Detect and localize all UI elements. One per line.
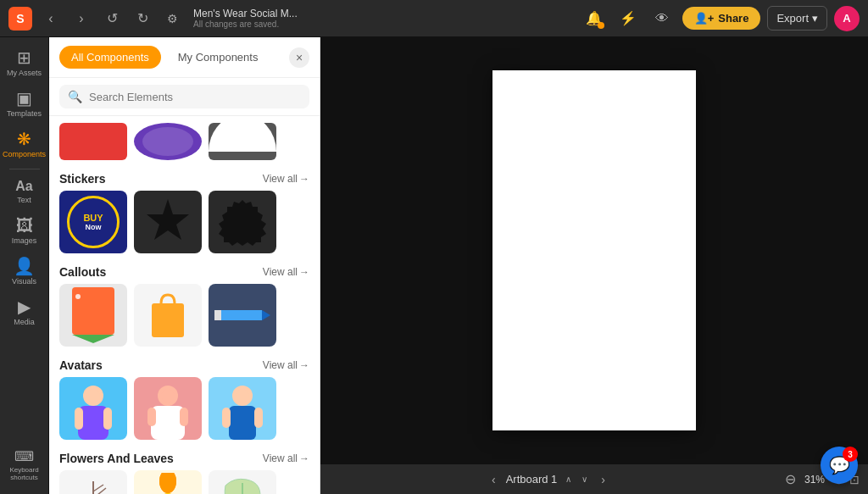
sidebar-item-label: Components	[3, 150, 46, 159]
black-star-shape	[143, 197, 192, 247]
my-components-tab[interactable]: My Components	[166, 46, 270, 69]
forward-button[interactable]: ›	[70, 7, 93, 31]
share-label: Share	[718, 12, 748, 25]
flowers-view-all[interactable]: View all →	[263, 452, 309, 464]
svg-rect-17	[180, 408, 188, 426]
redo-button[interactable]: ↻	[131, 7, 154, 31]
sticker-star-item[interactable]	[134, 191, 202, 253]
svg-rect-10	[75, 408, 83, 430]
callout-tag-item[interactable]	[59, 284, 127, 347]
artboard-next-button[interactable]: ›	[598, 469, 609, 490]
project-title: Men's Wear Social M...	[193, 8, 298, 19]
sidebar-item-text[interactable]: Aa Text	[3, 175, 46, 210]
search-input[interactable]	[89, 91, 301, 103]
shape-thumb-white-arc[interactable]	[209, 123, 276, 160]
keyboard-shortcuts-button[interactable]: ⌨ Keyboard shortcuts	[3, 445, 46, 487]
stickers-title: Stickers	[59, 172, 105, 186]
all-components-tab[interactable]: All Components	[59, 46, 161, 69]
avatar-3-item[interactable]	[209, 377, 276, 440]
main-content: ⊞ My Assets ▣ Templates ❋ Components Aa …	[0, 37, 868, 494]
export-label: Export	[776, 12, 809, 25]
svg-line-27	[93, 485, 103, 491]
sidebar-item-templates[interactable]: ▣ Templates	[3, 85, 46, 124]
svg-rect-2	[75, 294, 81, 299]
flowers-row	[49, 470, 320, 494]
user-avatar[interactable]: A	[834, 6, 860, 31]
templates-icon: ▣	[16, 90, 32, 107]
export-chevron-icon: ▾	[812, 12, 818, 25]
avatars-section-header: Avatars View all →	[49, 350, 320, 377]
flower-leaf-item[interactable]	[209, 470, 276, 494]
flowers-title: Flowers And Leaves	[59, 452, 174, 465]
artboard-label: Artboard 1	[506, 473, 558, 486]
callouts-section-header: Callouts View all →	[49, 257, 320, 284]
panel-scroll: Stickers View all → BUY Now	[49, 116, 320, 494]
undo-button[interactable]: ↺	[100, 7, 124, 31]
save-status: All changes are saved.	[193, 19, 298, 29]
svg-rect-16	[147, 408, 156, 426]
components-panel: All Components My Components × 🔍	[49, 37, 320, 494]
panel-close-button[interactable]: ×	[289, 47, 309, 68]
bag-callout-shape	[148, 290, 187, 341]
sidebar-item-label: Images	[12, 236, 37, 246]
black-badge-shape	[219, 198, 266, 246]
export-button[interactable]: Export ▾	[767, 6, 827, 31]
tag-callout-shape	[72, 287, 114, 343]
avatar-female-1-shape	[68, 380, 119, 440]
app-logo: S	[8, 7, 32, 31]
sidebar-divider	[9, 169, 40, 169]
search-input-wrap: 🔍	[59, 85, 309, 108]
topbar: S ‹ › ↺ ↻ ⚙ Men's Wear Social M... All c…	[0, 0, 868, 37]
artboard-chevron-down[interactable]: ∨	[578, 471, 591, 487]
sidebar-item-label: My Assets	[7, 69, 42, 78]
zoom-out-button[interactable]: ⊖	[785, 471, 796, 487]
svg-rect-11	[103, 408, 112, 430]
stickers-view-all[interactable]: View all →	[263, 173, 309, 185]
artboard-chevrons: ∧ ∨	[562, 471, 591, 487]
keyboard-icon: ⌨	[14, 450, 34, 463]
flowers-section-header: Flowers And Leaves View all →	[49, 443, 320, 470]
artboard-prev-button[interactable]: ‹	[488, 469, 499, 490]
sticker-badge-item[interactable]	[209, 191, 276, 253]
sidebar-item-components[interactable]: ❋ Components	[3, 125, 46, 164]
notification-dot	[598, 22, 604, 29]
canvas-area: ‹ Artboard 1 ∧ ∨ › ⊖ 31% ⊕ ⊡	[320, 37, 868, 494]
artboard-chevron-up[interactable]: ∧	[562, 471, 575, 487]
chat-button[interactable]: 💬 3	[821, 447, 858, 484]
shape-thumb-purple[interactable]	[134, 123, 202, 160]
avatars-view-all[interactable]: View all →	[263, 359, 309, 371]
sidebar-item-media[interactable]: ▶ Media	[3, 293, 46, 332]
callouts-view-all[interactable]: View all →	[263, 266, 309, 278]
flower-orange-item[interactable]	[134, 470, 202, 494]
share-button[interactable]: 👤+ Share	[682, 7, 761, 30]
buy-now-sticker: BUY Now	[67, 196, 120, 248]
sticker-buy-item[interactable]: BUY Now	[59, 191, 127, 253]
flower-twig-item[interactable]	[59, 470, 127, 494]
shape-thumb-red[interactable]	[59, 123, 127, 160]
sidebar-item-my-assets[interactable]: ⊞ My Assets	[3, 44, 46, 83]
callout-bag-item[interactable]	[134, 284, 202, 347]
sidebar: ⊞ My Assets ▣ Templates ❋ Components Aa …	[0, 37, 49, 494]
settings-button[interactable]: ⚙	[161, 8, 183, 30]
back-button[interactable]: ‹	[39, 7, 63, 31]
sidebar-item-visuals[interactable]: 👤 Visuals	[3, 253, 46, 291]
notification-button[interactable]: 🔔	[581, 5, 608, 32]
sidebar-item-images[interactable]: 🖼 Images	[3, 212, 46, 251]
lightning-icon: ⚡	[620, 10, 637, 26]
preview-button[interactable]: 👁	[648, 5, 676, 32]
svg-rect-5	[214, 310, 262, 320]
avatar-2-item[interactable]	[134, 377, 202, 440]
avatar-female-2-shape	[142, 380, 193, 440]
avatar-1-item[interactable]	[59, 377, 127, 440]
panel-header: All Components My Components ×	[49, 37, 320, 78]
orange-flower-shape	[140, 473, 196, 494]
twig-shape	[68, 473, 119, 494]
stickers-section-header: Stickers View all →	[49, 164, 320, 191]
callout-pencil-item[interactable]	[209, 284, 276, 347]
lightning-button[interactable]: ⚡	[615, 5, 642, 32]
svg-rect-7	[214, 310, 221, 320]
images-icon: 🖼	[16, 217, 33, 234]
text-icon: Aa	[15, 180, 32, 193]
pencil-callout-shape	[214, 308, 270, 323]
canvas-workspace[interactable]	[320, 37, 868, 463]
